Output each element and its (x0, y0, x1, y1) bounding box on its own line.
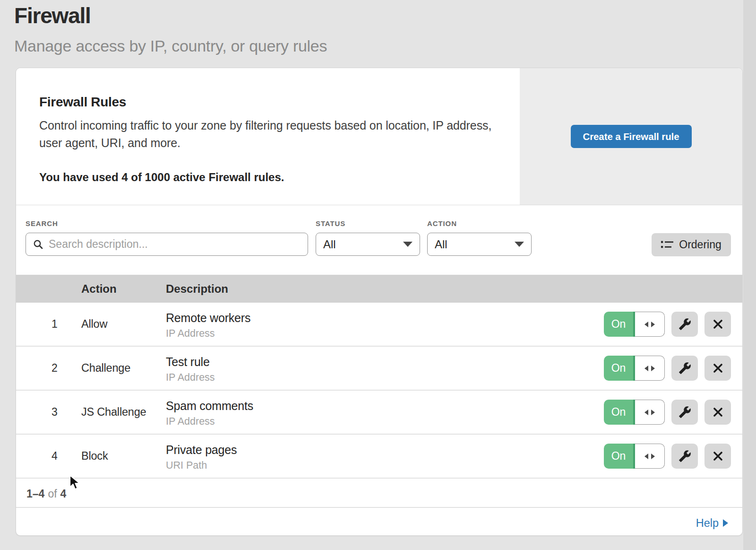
toggle-arrows-handle[interactable] (635, 400, 665, 425)
rule-description: Private pages (166, 443, 603, 457)
edit-rule-button[interactable] (671, 444, 698, 469)
search-icon (33, 239, 43, 250)
rule-action: Block (81, 450, 166, 463)
rule-field: IP Address (166, 416, 603, 428)
wrench-icon (679, 362, 691, 375)
overview-text-panel: Firewall Rules Control incoming traffic … (16, 68, 520, 205)
rule-field: URI Path (166, 460, 603, 471)
column-header-action: Action (81, 282, 166, 296)
pagination-of: of (48, 488, 57, 500)
rule-enabled-toggle[interactable]: On (604, 356, 665, 381)
pagination: 1–4 of 4 (16, 479, 742, 508)
ordering-button-label: Ordering (679, 238, 721, 251)
pagination-range: 1–4 (26, 488, 44, 500)
filter-bar: SEARCH STATUS All ACTION All Ordering (16, 205, 742, 275)
toggle-on-label: On (604, 312, 635, 337)
rule-enabled-toggle[interactable]: On (604, 400, 665, 425)
search-input[interactable] (49, 238, 301, 251)
ordering-button[interactable]: Ordering (652, 233, 731, 256)
pagination-total: 4 (60, 488, 67, 500)
rule-description: Test rule (166, 355, 603, 369)
help-link-label: Help (696, 517, 719, 530)
rule-row: 2 Challenge Test rule IP Address On (16, 347, 742, 391)
create-rule-panel: Create a Firewall rule (520, 68, 742, 205)
wrench-icon (679, 406, 691, 419)
toggle-arrows-icon (644, 409, 655, 416)
toggle-on-label: On (604, 356, 635, 381)
rule-priority: 3 (16, 406, 81, 419)
help-link[interactable]: Help (696, 517, 728, 530)
toggle-arrows-icon (644, 321, 655, 328)
status-select-value: All (323, 238, 336, 251)
card-footer: Help (16, 508, 742, 534)
delete-rule-button[interactable] (704, 356, 731, 381)
rules-table: Action Description 1 Allow Remote worker… (16, 275, 742, 534)
toggle-arrows-handle[interactable] (635, 444, 665, 469)
ordered-list-icon (661, 240, 673, 250)
rule-description: Spam comments (166, 399, 603, 413)
delete-rule-button[interactable] (704, 400, 731, 425)
window-right-edge (743, 0, 756, 550)
toggle-on-label: On (604, 444, 635, 469)
usage-summary: You have used 4 of 1000 active Firewall … (39, 171, 520, 184)
firewall-card: Firewall Rules Control incoming traffic … (16, 68, 743, 536)
status-select[interactable]: All (316, 233, 420, 256)
delete-rule-button[interactable] (704, 312, 731, 337)
edit-rule-button[interactable] (671, 400, 698, 425)
chevron-down-icon (515, 242, 524, 247)
rule-enabled-toggle[interactable]: On (604, 444, 665, 469)
rule-row: 3 JS Challenge Spam comments IP Address … (16, 391, 742, 435)
section-description: Control incoming traffic to your zone by… (39, 117, 520, 152)
rule-action: Allow (81, 318, 166, 331)
edit-rule-button[interactable] (671, 312, 698, 337)
wrench-icon (679, 318, 691, 331)
section-heading: Firewall Rules (39, 95, 520, 110)
toggle-arrows-handle[interactable] (635, 356, 665, 381)
rule-description: Remote workers (166, 311, 603, 325)
search-input-box[interactable] (26, 233, 308, 256)
column-header-description: Description (166, 282, 742, 296)
close-icon (713, 451, 723, 462)
page-title: Firewall (14, 3, 327, 28)
overview-section: Firewall Rules Control incoming traffic … (16, 68, 742, 205)
toggle-arrows-icon (644, 365, 655, 372)
edit-rule-button[interactable] (671, 356, 698, 381)
toggle-arrows-handle[interactable] (635, 312, 665, 337)
wrench-icon (679, 450, 691, 463)
close-icon (713, 407, 723, 418)
rule-field: IP Address (166, 372, 603, 384)
close-icon (713, 319, 723, 330)
toggle-arrows-icon (644, 453, 655, 460)
rule-priority: 1 (16, 318, 81, 331)
action-label: ACTION (427, 219, 532, 227)
mouse-cursor (69, 475, 81, 492)
chevron-down-icon (403, 242, 412, 247)
page-subtitle: Manage access by IP, country, or query r… (14, 37, 327, 55)
rule-enabled-toggle[interactable]: On (604, 312, 665, 337)
rule-priority: 4 (16, 450, 81, 463)
create-firewall-rule-button[interactable]: Create a Firewall rule (571, 125, 692, 148)
action-select-value: All (435, 238, 447, 251)
delete-rule-button[interactable] (704, 444, 731, 469)
rule-action: Challenge (81, 362, 166, 375)
rule-priority: 2 (16, 362, 81, 375)
rule-row: 4 Block Private pages URI Path On (16, 435, 742, 479)
page-header: Firewall Manage access by IP, country, o… (14, 3, 327, 55)
rule-action: JS Challenge (81, 406, 166, 419)
status-label: STATUS (316, 219, 420, 227)
rule-row: 1 Allow Remote workers IP Address On (16, 303, 742, 347)
search-label: SEARCH (26, 219, 308, 227)
table-header-row: Action Description (16, 275, 742, 303)
action-select[interactable]: All (427, 233, 532, 256)
close-icon (713, 363, 723, 374)
help-arrow-icon (723, 519, 728, 527)
rule-field: IP Address (166, 328, 603, 340)
toggle-on-label: On (604, 400, 635, 425)
